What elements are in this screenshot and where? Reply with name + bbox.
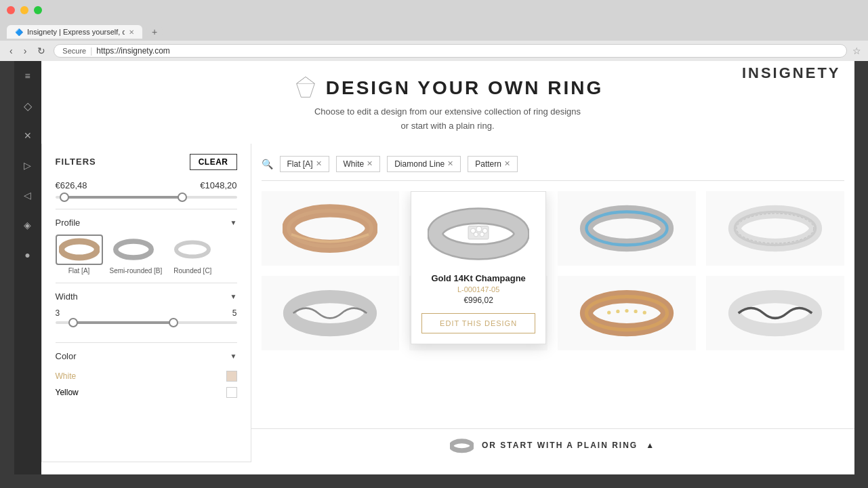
svg-point-16 [480, 232, 484, 237]
svg-point-30 [616, 309, 619, 312]
tag-white-label: White [344, 159, 365, 169]
reload-button[interactable]: ↻ [35, 45, 48, 56]
browser-tab[interactable]: 🔷 Insignety | Express yourself, d... ✕ [7, 25, 142, 39]
search-icon[interactable]: 🔍 [262, 159, 273, 169]
svg-point-4 [61, 241, 97, 258]
svg-point-32 [634, 309, 637, 312]
edit-design-button[interactable]: EDIT THIS DESIGN [421, 313, 535, 333]
tag-flat[interactable]: Flat [A] ✕ [280, 156, 329, 172]
filters-title: FILTERS [56, 157, 96, 167]
popup-ring-image [428, 203, 529, 264]
popup-sku: L-000147-05 [421, 285, 535, 293]
width-section-toggle[interactable]: Width ▼ [56, 291, 237, 302]
product-card-7[interactable] [558, 276, 696, 350]
color-filter-section: Color ▼ White Yellow [56, 342, 237, 409]
bookmark-icon[interactable]: ☆ [852, 45, 861, 56]
product-card-5[interactable] [262, 276, 400, 350]
product-card-popup[interactable]: Gold 14Kt Champagne L-000147-05 €996,02 … [409, 191, 547, 266]
traffic-light-green[interactable] [34, 6, 42, 14]
product-scroll-area: Gold 14Kt Champagne L-000147-05 €996,02 … [262, 191, 844, 455]
product-card-8[interactable] [706, 276, 844, 350]
svg-point-34 [735, 296, 815, 329]
nav-arrow-icon[interactable]: ▷ [20, 157, 36, 174]
nav-menu-icon[interactable]: ≡ [20, 68, 36, 84]
tag-pattern-remove[interactable]: ✕ [504, 159, 510, 168]
traffic-light-yellow[interactable] [20, 6, 28, 14]
product-card-4[interactable] [706, 191, 844, 266]
back-button[interactable]: ‹ [7, 45, 16, 56]
color-yellow-swatch [226, 387, 237, 398]
price-range-thumb-right[interactable] [178, 192, 187, 202]
tag-diamond-label: Diamond Line [394, 159, 445, 169]
traffic-light-red[interactable] [7, 6, 15, 14]
width-min: 3 [56, 308, 60, 318]
tag-pattern[interactable]: Pattern ✕ [468, 156, 518, 172]
product-card-3[interactable] [558, 191, 696, 266]
brand-logo: INSIGNETY [742, 64, 841, 82]
profile-section-toggle[interactable]: Profile ▼ [56, 218, 237, 228]
plain-ring-cta[interactable]: OR START WITH A PLAIN RING ▲ [251, 428, 854, 462]
svg-point-29 [607, 310, 611, 314]
color-section-toggle[interactable]: Color ▼ [56, 351, 237, 361]
svg-marker-0 [296, 77, 314, 97]
color-chevron-icon: ▼ [230, 352, 237, 360]
svg-point-33 [643, 310, 646, 314]
page-header: DESIGN YOUR OWN RING Choose to edit a de… [41, 61, 854, 144]
tab-close-button[interactable]: ✕ [129, 28, 134, 36]
nav-circle-icon[interactable]: ● [20, 247, 36, 263]
address-bar[interactable]: Secure | https://insignety.com [54, 44, 847, 58]
width-chevron-icon: ▼ [230, 293, 237, 300]
clear-filters-button[interactable]: CLEAR [190, 154, 237, 170]
nav-diamond-icon[interactable]: ◇ [20, 98, 36, 114]
color-label: Color [56, 351, 77, 361]
profile-label: Profile [56, 218, 81, 228]
nav-gem-icon[interactable]: ◈ [20, 217, 36, 233]
profile-option-rounded[interactable]: Rounded [C] [169, 235, 216, 274]
width-range-thumb-right[interactable] [169, 318, 178, 327]
color-yellow-label: Yellow [56, 388, 79, 397]
price-range-thumb-left[interactable] [60, 192, 69, 202]
width-filter-section: Width ▼ 3 5 [56, 283, 237, 342]
product-grid: Gold 14Kt Champagne L-000147-05 €996,02 … [262, 191, 844, 350]
new-tab-button[interactable]: + [146, 24, 163, 40]
plain-ring-label: OR START WITH A PLAIN RING [482, 441, 638, 450]
page-subtitle-line1: Choose to edit a design from our extensi… [41, 105, 854, 119]
svg-point-31 [625, 308, 628, 312]
tag-white[interactable]: White ✕ [336, 156, 381, 172]
nav-back-icon[interactable]: ◁ [20, 187, 36, 203]
svg-point-13 [476, 226, 482, 232]
profile-chevron-icon: ▼ [230, 219, 237, 226]
price-min: €626,48 [56, 180, 87, 190]
tag-diamond-line[interactable]: Diamond Line ✕ [387, 156, 461, 172]
width-label: Width [56, 291, 78, 302]
tag-flat-remove[interactable]: ✕ [316, 159, 322, 168]
profile-options: Flat [A] Semi-rounded [B] [56, 235, 237, 274]
price-range-slider[interactable] [56, 196, 237, 199]
tag-pattern-label: Pattern [475, 159, 501, 169]
color-option-white[interactable]: White [56, 368, 237, 384]
tag-white-remove[interactable]: ✕ [367, 159, 373, 168]
color-option-yellow[interactable]: Yellow [56, 384, 237, 401]
svg-point-22 [290, 296, 371, 329]
popup-price: €996,02 [421, 296, 535, 305]
profile-semi-label: Semi-rounded [B] [110, 267, 163, 274]
profile-flat-label: Flat [A] [56, 267, 103, 274]
ring-image-3 [579, 201, 674, 256]
tag-diamond-remove[interactable]: ✕ [447, 159, 453, 168]
svg-point-15 [474, 232, 478, 237]
width-range-thumb-left[interactable] [68, 318, 78, 327]
product-area: 🔍 Flat [A] ✕ White ✕ Diamond Line ✕ Pa [251, 144, 854, 462]
nav-close-icon[interactable]: ✕ [20, 127, 36, 144]
plain-ring-arrow: ▲ [646, 441, 655, 450]
color-white-label: White [56, 371, 77, 381]
price-range-display: €626,48 €1048,20 [56, 180, 237, 190]
forward-button[interactable]: › [21, 45, 30, 56]
ring-image-4 [728, 201, 823, 256]
profile-filter-section: Profile ▼ Flat [A] [56, 209, 237, 283]
profile-option-flat[interactable]: Flat [A] [56, 235, 103, 274]
product-card-1[interactable] [262, 191, 400, 266]
width-range-slider[interactable] [56, 321, 237, 324]
secure-label: Secure [62, 47, 86, 55]
svg-point-5 [115, 241, 151, 258]
profile-option-semi[interactable]: Semi-rounded [B] [110, 235, 163, 274]
